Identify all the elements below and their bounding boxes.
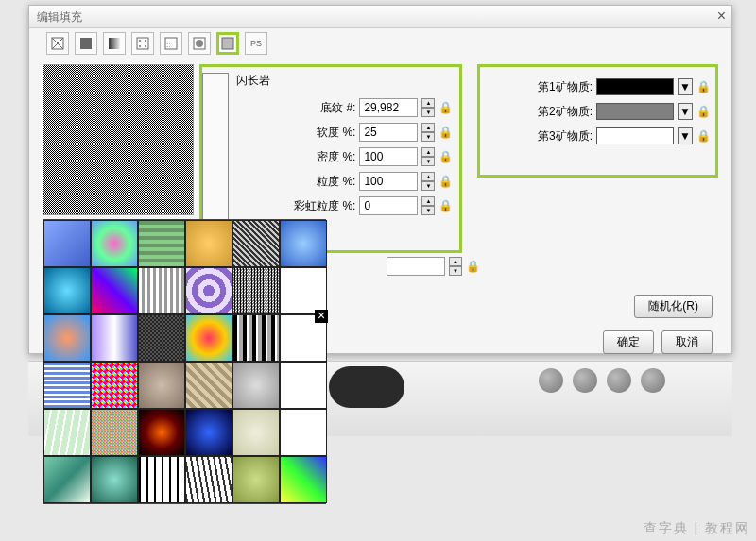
mineral-group: 第1矿物质: ▼ 🔒 第2矿物质: ▼ 🔒 第3矿物质: ▼ 🔒 bbox=[477, 64, 718, 178]
palette-cell[interactable] bbox=[185, 409, 232, 456]
svg-point-6 bbox=[139, 40, 141, 42]
mineral1-swatch[interactable] bbox=[596, 78, 674, 95]
base-label: 底纹 #: bbox=[282, 100, 355, 116]
base-input[interactable] bbox=[359, 98, 418, 117]
palette-cell[interactable] bbox=[185, 314, 232, 362]
tool-fullcolor[interactable] bbox=[188, 32, 211, 55]
palette-cell[interactable] bbox=[232, 456, 280, 503]
tool-gradient[interactable] bbox=[103, 32, 126, 55]
extra-input-1[interactable] bbox=[387, 257, 445, 276]
palette-cell[interactable] bbox=[185, 362, 232, 409]
tool-texture[interactable] bbox=[216, 32, 239, 55]
palette-cell[interactable] bbox=[138, 314, 185, 362]
watermark: 查字典 | 教程网 bbox=[644, 520, 750, 537]
svg-point-7 bbox=[145, 40, 146, 42]
lock-icon[interactable]: 🔒 bbox=[696, 105, 708, 118]
palette-cell[interactable] bbox=[138, 267, 185, 314]
palette-cell[interactable] bbox=[43, 314, 91, 362]
density-label: 密度 %: bbox=[282, 149, 355, 165]
svg-point-9 bbox=[145, 45, 146, 47]
svg-rect-14 bbox=[222, 38, 233, 49]
lock-icon[interactable]: 🔒 bbox=[466, 260, 477, 273]
mineral3-swatch[interactable] bbox=[596, 127, 674, 144]
close-icon[interactable]: × bbox=[717, 8, 726, 25]
mineral1-label: 第1矿物质: bbox=[538, 79, 593, 95]
palette-cell[interactable] bbox=[280, 456, 327, 503]
texture-library-dropdown[interactable]: ▼ bbox=[202, 73, 229, 243]
palette-cell[interactable] bbox=[280, 362, 327, 409]
svg-point-13 bbox=[196, 40, 203, 47]
dialog-title: 编辑填充 bbox=[37, 10, 82, 24]
palette-cell[interactable] bbox=[91, 220, 138, 267]
mineral2-label: 第2矿物质: bbox=[538, 104, 593, 120]
tool-pattern[interactable] bbox=[131, 32, 154, 55]
palette-cell[interactable] bbox=[91, 362, 138, 409]
lock-icon[interactable]: 🔒 bbox=[438, 101, 450, 114]
svg-point-8 bbox=[139, 45, 141, 47]
svg-rect-3 bbox=[80, 38, 92, 49]
palette-cell[interactable] bbox=[138, 362, 185, 409]
chevron-down-icon[interactable]: ▼ bbox=[678, 127, 693, 144]
palette-cell[interactable] bbox=[138, 456, 185, 503]
palette-cell[interactable] bbox=[232, 409, 280, 456]
palette-cell[interactable] bbox=[232, 362, 280, 409]
palette-cell[interactable] bbox=[43, 267, 91, 314]
randomize-button[interactable]: 随机化(R) bbox=[634, 295, 713, 318]
palette-cell[interactable] bbox=[138, 220, 185, 267]
texture-preview bbox=[43, 64, 194, 215]
texture-name: 闪长岩 bbox=[232, 73, 455, 89]
palette-cell[interactable] bbox=[91, 314, 138, 362]
ok-button[interactable]: 确定 bbox=[603, 330, 654, 354]
cancel-button[interactable]: 取消 bbox=[662, 330, 713, 354]
palette-cell[interactable] bbox=[280, 409, 327, 456]
tool-postscript[interactable]: PS bbox=[245, 32, 267, 55]
base-spinner[interactable]: ▲▼ bbox=[421, 98, 435, 117]
tool-solid[interactable] bbox=[75, 32, 97, 55]
palette-cell[interactable] bbox=[138, 409, 185, 456]
tool-none[interactable] bbox=[46, 32, 69, 55]
lock-icon[interactable]: 🔒 bbox=[438, 126, 450, 139]
chevron-down-icon[interactable]: ▼ bbox=[678, 103, 693, 120]
palette-cell[interactable] bbox=[91, 267, 138, 314]
palette-cell[interactable] bbox=[232, 314, 280, 362]
palette-cell[interactable] bbox=[43, 456, 91, 503]
svg-text:::: :: bbox=[166, 41, 170, 49]
palette-cell[interactable] bbox=[280, 314, 327, 362]
grain-label: 粒度 %: bbox=[282, 174, 355, 190]
mineral3-label: 第3矿物质: bbox=[538, 128, 593, 144]
lock-icon[interactable]: 🔒 bbox=[696, 80, 708, 93]
chevron-down-icon[interactable]: ▼ bbox=[678, 78, 693, 95]
softness-label: 软度 %: bbox=[282, 125, 355, 141]
palette-cell[interactable] bbox=[43, 362, 91, 409]
lock-icon[interactable]: 🔒 bbox=[438, 175, 450, 188]
palette-cell[interactable] bbox=[91, 409, 138, 456]
density-input[interactable] bbox=[359, 147, 418, 166]
grain-input[interactable] bbox=[359, 172, 418, 191]
rainbow-spinner[interactable]: ▲▼ bbox=[421, 196, 435, 215]
extra-spinner[interactable]: ▲▼ bbox=[449, 257, 462, 276]
palette-cell[interactable] bbox=[185, 267, 232, 314]
background-pill-shape bbox=[329, 366, 404, 408]
palette-cell[interactable] bbox=[185, 456, 232, 503]
palette-cell[interactable] bbox=[43, 409, 91, 456]
palette-cell[interactable] bbox=[43, 220, 91, 267]
density-spinner[interactable]: ▲▼ bbox=[421, 147, 435, 166]
palette-cell[interactable] bbox=[280, 220, 327, 267]
palette-cell[interactable] bbox=[232, 220, 280, 267]
texture-palette-popup bbox=[43, 219, 326, 504]
palette-cell[interactable] bbox=[91, 456, 138, 503]
softness-spinner[interactable]: ▲▼ bbox=[421, 123, 435, 142]
softness-input[interactable] bbox=[359, 123, 418, 142]
tool-2color[interactable]: :: bbox=[160, 32, 182, 55]
palette-cell[interactable] bbox=[185, 220, 232, 267]
mineral2-swatch[interactable] bbox=[596, 103, 674, 120]
lock-icon[interactable]: 🔒 bbox=[438, 150, 450, 163]
rainbow-input[interactable] bbox=[359, 196, 418, 215]
fill-type-toolbar: :: PS bbox=[29, 28, 731, 59]
titlebar: 编辑填充 × bbox=[29, 6, 731, 28]
background-dots bbox=[539, 368, 665, 393]
lock-icon[interactable]: 🔒 bbox=[438, 199, 450, 212]
grain-spinner[interactable]: ▲▼ bbox=[421, 172, 435, 191]
palette-cell[interactable] bbox=[232, 267, 280, 314]
lock-icon[interactable]: 🔒 bbox=[696, 129, 708, 143]
